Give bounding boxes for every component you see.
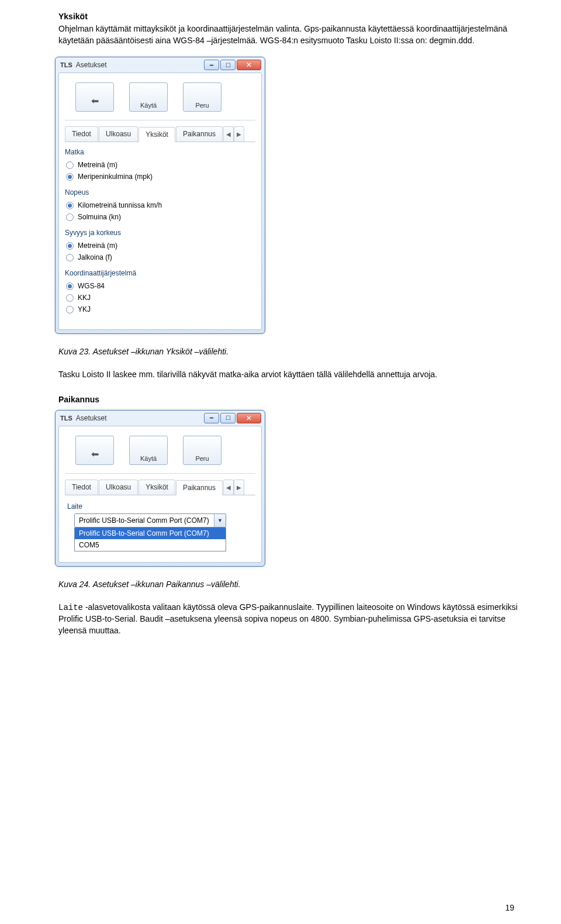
chevron-left-icon: ◀: [226, 484, 231, 491]
radio-nopeus-kmh[interactable]: Kilometreinä tunnissa km/h: [65, 199, 255, 211]
app-sigil: TLS: [60, 61, 72, 68]
maximize-button[interactable]: ☐: [220, 413, 236, 423]
arrow-left-icon: ⬅: [91, 95, 99, 106]
window-controls: ━ ☐ ✕: [204, 60, 261, 70]
close-icon: ✕: [246, 61, 252, 69]
chevron-left-icon: ◀: [226, 131, 231, 137]
radio-syvyys-f[interactable]: Jalkoina (f): [65, 251, 255, 263]
undo-button[interactable]: Peru: [183, 82, 221, 112]
toolbar: ⬅ Käytä Peru: [65, 78, 255, 120]
window-body: ⬅ Käytä Peru Tiedot Ulkoasu Yksiköt Paik…: [58, 426, 262, 563]
figure-caption-24: Kuva 24. Asetukset –ikkunan Paikannus –v…: [58, 580, 520, 589]
window-asetukset-yksikot: TLS Asetukset ━ ☐ ✕ ⬅ Käytä Peru Tiedot …: [55, 57, 265, 334]
undo-button[interactable]: Peru: [183, 436, 221, 465]
toolbar: ⬅ Käytä Peru: [65, 431, 255, 474]
radio-icon: [66, 213, 74, 221]
device-option-com5[interactable]: COM5: [75, 539, 226, 551]
tab-scroll-left[interactable]: ◀: [223, 480, 234, 495]
use-button[interactable]: Käytä: [129, 436, 168, 465]
window-asetukset-paikannus: TLS Asetukset ━ ☐ ✕ ⬅ Käytä Peru Tiedot …: [55, 410, 265, 567]
tab-paikannus[interactable]: Paikannus: [176, 126, 223, 142]
paragraph-1: Ohjelman käyttämät mittayksiköt ja koord…: [58, 23, 520, 46]
tab-scroll-left[interactable]: ◀: [223, 126, 234, 142]
use-button[interactable]: Käytä: [129, 82, 168, 112]
undo-label: Peru: [195, 455, 209, 462]
radio-icon: [66, 173, 74, 181]
minimize-button[interactable]: ━: [204, 413, 219, 423]
close-button[interactable]: ✕: [237, 413, 261, 423]
device-combo-button[interactable]: ▼: [214, 514, 226, 527]
group-title-koord: Koordinaattijärjestelmä: [65, 269, 255, 277]
maximize-icon: ☐: [226, 415, 231, 421]
radio-icon: [66, 254, 74, 261]
group-nopeus: Nopeus Kilometreinä tunnissa km/h Solmui…: [65, 188, 255, 223]
window-body: ⬅ Käytä Peru Tiedot Ulkoasu Yksiköt Paik…: [58, 73, 262, 330]
radio-koord-wgs84[interactable]: WGS-84: [65, 280, 255, 292]
tab-tiedot[interactable]: Tiedot: [65, 126, 98, 142]
radio-label: Solmuina (kn): [78, 213, 121, 221]
device-combo[interactable]: Prolific USB-to-Serial Comm Port (COM7) …: [74, 513, 226, 527]
radio-koord-kkj[interactable]: KKJ: [65, 292, 255, 304]
tab-row: Tiedot Ulkoasu Yksiköt Paikannus ◀ ▶: [65, 126, 255, 142]
radio-matka-mpk[interactable]: Meripeninkulmina (mpk): [65, 171, 255, 182]
tab-ulkoasu[interactable]: Ulkoasu: [99, 126, 138, 142]
radio-label: YKJ: [78, 305, 91, 313]
tab-yksikot[interactable]: Yksiköt: [138, 127, 175, 142]
window-title: Asetukset: [76, 61, 107, 69]
radio-label: WGS-84: [78, 282, 105, 290]
paragraph-2: Tasku Loisto II laskee mm. tilarivillä n…: [58, 369, 520, 381]
group-title-matka: Matka: [65, 148, 255, 156]
minimize-icon: ━: [210, 62, 213, 68]
paragraph-3: Laite -alasvetovalikosta valitaan käytös…: [58, 602, 520, 637]
back-button[interactable]: ⬅: [75, 82, 114, 112]
window-controls: ━ ☐ ✕: [204, 413, 261, 423]
group-syvyys: Syvyys ja korkeus Metreinä (m) Jalkoina …: [65, 229, 255, 263]
tab-paikannus[interactable]: Paikannus: [176, 480, 223, 495]
tab-yksikot[interactable]: Yksiköt: [138, 480, 175, 495]
radio-icon: [66, 282, 74, 290]
use-label: Käytä: [140, 102, 157, 109]
radio-icon: [66, 294, 74, 302]
chevron-right-icon: ▶: [237, 484, 241, 491]
window-title: Asetukset: [76, 414, 107, 422]
section-heading-yksikot: Yksiköt: [58, 12, 520, 21]
back-button[interactable]: ⬅: [75, 436, 114, 465]
app-sigil: TLS: [60, 415, 72, 422]
tab-scroll-right[interactable]: ▶: [234, 126, 244, 142]
radio-label: Jalkoina (f): [78, 253, 112, 261]
radio-icon: [66, 306, 74, 313]
chevron-down-icon: ▼: [217, 518, 223, 523]
radio-nopeus-kn[interactable]: Solmuina (kn): [65, 211, 255, 223]
arrow-left-icon: ⬅: [91, 449, 99, 460]
tab-tiedot[interactable]: Tiedot: [65, 480, 98, 495]
chevron-right-icon: ▶: [237, 131, 241, 137]
code-laite: Laite: [58, 603, 83, 612]
radio-label: Kilometreinä tunnissa km/h: [78, 201, 162, 209]
radio-label: KKJ: [78, 294, 91, 302]
device-option-selected[interactable]: Prolific USB-to-Serial Comm Port (COM7): [75, 527, 226, 539]
radio-matka-metre[interactable]: Metreinä (m): [65, 159, 255, 171]
close-button[interactable]: ✕: [237, 60, 261, 70]
tab-ulkoasu[interactable]: Ulkoasu: [99, 480, 138, 495]
minimize-button[interactable]: ━: [204, 60, 219, 70]
group-title-laite: Laite: [67, 502, 253, 511]
radio-label: Metreinä (m): [78, 161, 117, 169]
group-title-syvyys: Syvyys ja korkeus: [65, 229, 255, 237]
radio-label: Metreinä (m): [78, 242, 117, 250]
radio-koord-ykj[interactable]: YKJ: [65, 304, 255, 315]
device-combo-list: Prolific USB-to-Serial Comm Port (COM7) …: [74, 527, 226, 551]
titlebar-left: TLS Asetukset: [60, 414, 106, 422]
section-heading-paikannus: Paikannus: [58, 395, 520, 404]
maximize-button[interactable]: ☐: [220, 60, 236, 70]
titlebar: TLS Asetukset ━ ☐ ✕: [56, 57, 265, 73]
radio-icon: [66, 161, 74, 169]
titlebar: TLS Asetukset ━ ☐ ✕: [56, 411, 265, 426]
paragraph-3-rest: -alasvetovalikosta valitaan käytössä ole…: [58, 602, 518, 635]
maximize-icon: ☐: [226, 62, 231, 68]
undo-label: Peru: [195, 102, 209, 109]
radio-syvyys-m[interactable]: Metreinä (m): [65, 240, 255, 251]
group-laite: Laite Prolific USB-to-Serial Comm Port (…: [65, 501, 255, 553]
device-combo-value: Prolific USB-to-Serial Comm Port (COM7): [75, 514, 214, 527]
page-number: 19: [505, 903, 514, 912]
tab-scroll-right[interactable]: ▶: [234, 480, 244, 495]
